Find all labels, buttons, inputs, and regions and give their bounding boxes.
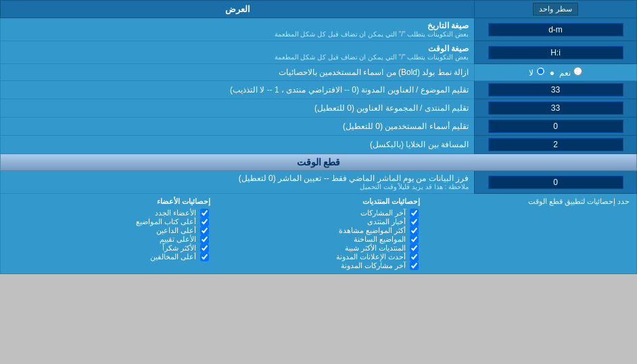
filter-label: فرز البيانات من يوم الماشر الماضي فقط --… bbox=[6, 174, 469, 183]
forum-addresses-label: تقليم المنتدى / المجموعة العناوين (0 للت… bbox=[314, 103, 469, 113]
display-dropdown[interactable]: سطر واحد bbox=[533, 3, 577, 16]
checkbox-top-topic-writers[interactable]: أعلى كتاب المواضيع bbox=[7, 217, 210, 226]
checkbox-top-violators[interactable]: أعلى المخالفين bbox=[7, 253, 210, 261]
col2-header: إحصائيات المنتديات bbox=[224, 197, 420, 206]
bold-yes-label: نعم bbox=[559, 68, 571, 78]
filter-note: ملاحظة : هذا قد يزيد قليلاً وقت التحميل bbox=[6, 183, 469, 190]
date-format-label: صيغة التاريخ bbox=[6, 21, 469, 30]
checkbox-hot-topics[interactable]: المواضيع الساخنة bbox=[224, 235, 420, 244]
forum-addresses-input[interactable] bbox=[488, 101, 623, 115]
forum-stats-col: إحصائيات المنتديات آخر المشاركات أخبار ا… bbox=[217, 194, 427, 274]
date-format-sublabel: بعض التكوينات يتطلب "/" التي يمكن ان تضا… bbox=[6, 30, 469, 38]
limit-label: حدد إحصائيات لتطبيق قطع الوقت bbox=[427, 194, 636, 274]
checkbox-latest-ads[interactable]: أحدث الإعلانات المدونة bbox=[224, 253, 420, 261]
bold-no-radio[interactable] bbox=[536, 67, 545, 76]
filter-input[interactable] bbox=[488, 176, 623, 189]
page-title: العرض bbox=[1, 1, 475, 18]
checkbox-top-rated[interactable]: الأعلى تقييم bbox=[7, 235, 210, 244]
users-names-label: تقليم أسماء المستخدمين (0 للتعطيل) bbox=[343, 122, 469, 131]
date-format-input[interactable] bbox=[488, 23, 623, 36]
col1-header: إحصائيات الأعضاء bbox=[7, 197, 210, 206]
checkbox-top-inviters[interactable]: أعلى الداعين bbox=[7, 226, 210, 235]
checkbox-most-viewed[interactable]: أكثر المواضيع مشاهدة bbox=[224, 226, 420, 235]
checkbox-new-members[interactable]: الأعضاء الجدد bbox=[7, 209, 210, 217]
checkbox-most-thankful[interactable]: الأكثر شكراً bbox=[7, 244, 210, 253]
users-names-input[interactable] bbox=[488, 120, 623, 133]
time-format-label: صيغة الوقت bbox=[6, 44, 469, 53]
topics-addresses-label: تقليم الموضوع / العناوين المدونة (0 -- ا… bbox=[230, 85, 469, 95]
topics-addresses-input[interactable] bbox=[488, 83, 623, 97]
member-stats-col: إحصائيات الأعضاء الأعضاء الجدد أعلى كتاب… bbox=[1, 194, 217, 274]
checkbox-similar-forums[interactable]: المنتديات الأكثر شبية bbox=[224, 244, 420, 253]
checkbox-forum-news[interactable]: أخبار المنتدى bbox=[224, 217, 420, 226]
time-format-input[interactable] bbox=[488, 46, 623, 59]
bold-no-label: لا bbox=[529, 68, 534, 78]
bold-row-label: ازالة نمط بولد (Bold) من اسماء المستخدمي… bbox=[279, 68, 469, 77]
checkbox-last-posts[interactable]: آخر المشاركات bbox=[224, 209, 420, 217]
bold-yes-radio[interactable] bbox=[573, 67, 582, 76]
cells-distance-input[interactable] bbox=[488, 138, 623, 151]
cut-time-section-header: قطع الوقت bbox=[1, 154, 637, 171]
checkbox-blog-posts[interactable]: آخر مشاركات المدونة bbox=[224, 261, 420, 270]
time-format-sublabel: بعض التكوينات يتطلب "/" التي يمكن ان تضا… bbox=[6, 53, 469, 61]
cells-distance-label: المسافة بين الخلايا (بالبكسل) bbox=[370, 140, 469, 149]
